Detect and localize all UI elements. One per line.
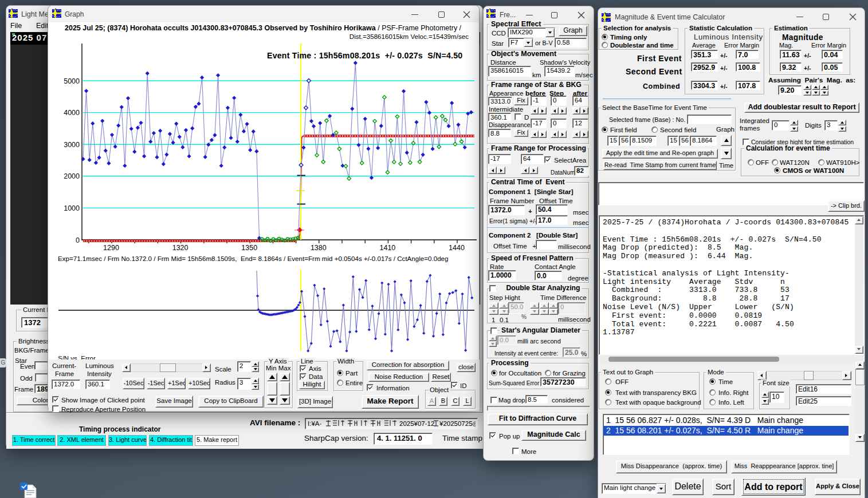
svg-text:¥20250725◎Hor: ¥20250725◎Hor [439, 421, 476, 428]
svg-text:2025¥07-12: 2025¥07-12 [399, 421, 434, 428]
svg-text:I:¥A-: I:¥A- [308, 421, 321, 428]
